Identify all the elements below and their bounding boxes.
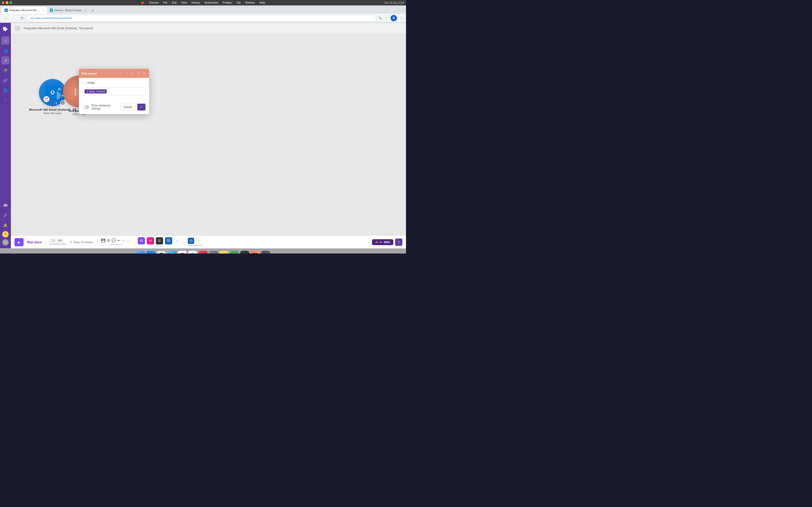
run-btn[interactable]: ▶ [14,238,23,246]
help-button[interactable]: ? [395,238,402,246]
maximize-window-btn[interactable] [9,1,12,4]
dock-calendar[interactable]: 📅 [177,251,187,254]
ai-button[interactable]: ✨ AI BETA [372,239,393,245]
favorites-label: FAVORITES [188,244,202,247]
menu-profiles[interactable]: Profiles [223,1,232,4]
scheduling-toggle-switch[interactable] [49,239,55,242]
ok-button[interactable]: ✓ [137,104,145,110]
tool-btn-pink[interactable]: ✳ [147,237,154,244]
menu-icon[interactable]: ⋮ [399,16,403,20]
sidebar-bottom: 📖 🚀 🔔 ? N [1,201,9,245]
advanced-settings-label: Show advanced settings [91,104,118,110]
modal-help-btn[interactable]: ? [136,71,141,75]
refresh-button[interactable]: ↻ [19,15,26,21]
sidebar-item-updates[interactable]: 🚀 [1,211,9,219]
sidebar-help-btn[interactable]: ? [2,231,9,237]
modal-html-row: HTML [83,81,145,84]
settings-icon: ⚙ [107,238,110,243]
new-tab-btn[interactable]: + [90,7,96,13]
off-badge: OFF [57,239,64,242]
sparkle-icon: ✨ [375,241,378,244]
home-icon: ⌂ [4,39,7,43]
comment-control[interactable]: 💬 [111,238,116,243]
tabs-bar: M Integration Microsoft 365 Em... × B De… [0,5,406,13]
modal-more-btn[interactable]: ⋮ [124,71,129,75]
dock-appgrid[interactable]: 📱 [157,251,166,254]
dock-notes[interactable]: 📝 [219,251,229,254]
menu-bookmarks[interactable]: Bookmarks [205,1,218,4]
sidebar-item-connections[interactable]: 🔗 [1,76,9,84]
menu-view[interactable]: View [181,1,187,4]
tool-btn-blue[interactable]: Ⓜ [165,237,172,244]
tab-close-blynk[interactable]: × [84,9,87,12]
modal-header: Text parser ⤡ ⋮ ⤢ ? × [79,69,149,78]
menu-chrome[interactable]: Chrome [149,1,159,4]
settings-control[interactable]: ⚙ [107,238,110,243]
tab-close-make[interactable]: × [42,9,44,12]
dock-safari[interactable]: 🧭 [167,251,176,254]
help-icon: ? [398,240,400,244]
dock-whatsapp[interactable]: 💬 [230,251,239,254]
address-input[interactable]: eu2.make.com/687024/scenarios/add [27,15,376,21]
tool-btn-dark[interactable]: ① [156,237,163,244]
sidebar-avatar[interactable]: N [2,239,9,245]
save-control[interactable]: 💾 [101,238,106,243]
dock-music[interactable]: 🎵 [198,251,208,254]
modal-expand-btn[interactable]: ⤢ [130,71,135,75]
sidebar-item-team[interactable]: 👥 [1,46,9,55]
menu-file[interactable]: File [163,1,167,4]
user-avatar[interactable]: N [391,15,397,21]
dock-chrome[interactable]: 🌐 [188,251,197,254]
edit-icon: ✏ [117,238,120,243]
sidebar-item-templates[interactable]: 🧩 [1,66,9,74]
back-button[interactable]: ‹ [14,25,21,32]
minimize-window-btn[interactable] [6,1,8,4]
more-control[interactable]: … [126,238,130,243]
tab-make[interactable]: M Integration Microsoft 365 Em... × [2,7,47,13]
menu-apple[interactable]: 🍎 [141,1,144,4]
dock-photos[interactable]: 🖼 [251,251,260,254]
sidebar-item-home[interactable]: ⌂ [1,37,9,45]
menu-edit[interactable]: Edit [172,1,177,4]
menu-window[interactable]: Window [245,1,255,4]
add-favorite-btn[interactable]: + [196,238,202,244]
dock-trash[interactable]: 🗑 [261,251,270,254]
mac-titlebar: 🍎 Chrome File Edit View History Bookmark… [0,0,406,5]
bookmark-icon[interactable]: ☆ [384,16,389,20]
modal-overlay: Text parser ⤡ ⋮ ⤢ ? × HTML [11,34,406,236]
add-tool-btn[interactable]: + [174,238,180,244]
search-icon[interactable]: 🔍 [378,16,383,20]
sidebar-logo[interactable] [2,25,9,33]
back-button[interactable]: ‹ [3,15,9,21]
fav-outlook-btn[interactable]: O [188,238,194,244]
dock-vscode[interactable]: ⟨⟩ [146,251,155,254]
html-tag-input[interactable]: 1. Body: Content [83,88,145,96]
cancel-button[interactable]: Cancel [120,104,136,110]
modal-close-btn[interactable]: × [142,71,146,75]
close-window-btn[interactable] [2,1,5,4]
edit-control[interactable]: ✏ [117,238,120,243]
flow-control[interactable]: ↔ [122,238,125,243]
advanced-settings-toggle[interactable] [83,105,89,109]
breadcrumb-bar: ‹ Integration Microsoft 365 Email (Outlo… [11,23,406,34]
dock-system-prefs[interactable]: ⚙ [209,251,218,254]
sidebar-item-more[interactable]: ⋮ [1,96,9,104]
menu-help[interactable]: Help [259,1,265,4]
sidebar-item-webhooks[interactable]: 🌐 [1,86,9,94]
modal-resize-small-btn[interactable]: ⤡ [118,71,123,75]
sidebar-item-notifications[interactable]: 🔔 [1,221,9,229]
forward-button[interactable]: › [11,15,17,21]
traffic-lights[interactable] [2,1,12,4]
sidebar-item-docs[interactable]: 📖 [1,201,9,209]
menu-tab[interactable]: Tab [236,1,241,4]
more-icon: … [126,238,130,242]
beta-badge: BETA [383,241,391,243]
tab-blynk[interactable]: B Devices - Blynk.Console × [47,7,90,13]
dock-terminal[interactable]: $_ [240,251,249,254]
scenario-canvas[interactable]: O ✉ ⏰ 1 Microsoft 365 Email (Outlook) 1 … [11,34,406,236]
tool-btn-purple[interactable]: ⚙ [138,237,145,244]
menu-history[interactable]: History [192,1,200,4]
dock-finder[interactable]: 🗂 [136,251,145,254]
sidebar-item-scenarios[interactable]: ↗ [1,56,9,64]
html-checkbox[interactable] [83,81,86,84]
